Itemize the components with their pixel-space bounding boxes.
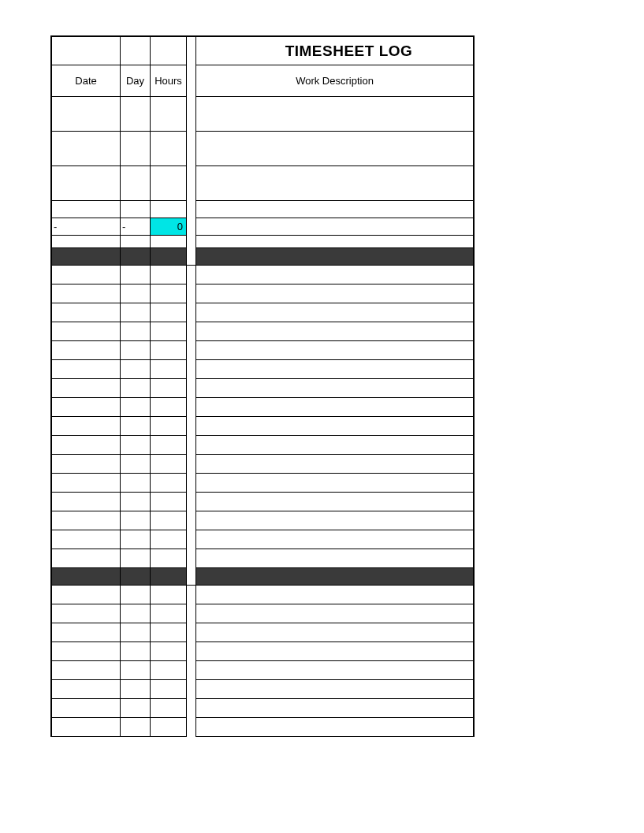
cell-date[interactable] bbox=[50, 322, 120, 341]
cell-date[interactable] bbox=[50, 493, 120, 511]
cell-day[interactable] bbox=[120, 493, 150, 511]
cell-hours[interactable] bbox=[150, 455, 186, 474]
cell-description[interactable] bbox=[195, 623, 473, 642]
cell-date[interactable] bbox=[50, 699, 120, 718]
cell-hours[interactable] bbox=[150, 417, 186, 436]
cell-description[interactable] bbox=[195, 266, 473, 284]
cell-description[interactable] bbox=[195, 549, 473, 568]
cell-hours[interactable] bbox=[150, 680, 186, 699]
cell-description[interactable] bbox=[195, 132, 473, 166]
cell-date[interactable] bbox=[50, 166, 120, 201]
cell-date[interactable] bbox=[50, 360, 120, 379]
cell-description[interactable] bbox=[195, 642, 473, 661]
cell-description[interactable] bbox=[195, 417, 473, 436]
cell-day[interactable] bbox=[120, 341, 150, 360]
cell-description[interactable] bbox=[195, 586, 473, 604]
cell-hours[interactable] bbox=[150, 436, 186, 455]
cell-date[interactable] bbox=[50, 341, 120, 360]
cell-day[interactable] bbox=[120, 549, 150, 568]
cell-hours[interactable] bbox=[150, 661, 186, 680]
cell-description[interactable] bbox=[195, 604, 473, 623]
cell-hours[interactable] bbox=[150, 493, 186, 511]
cell-hours[interactable] bbox=[150, 718, 186, 737]
cell-day[interactable] bbox=[120, 166, 150, 201]
cell-date[interactable] bbox=[50, 455, 120, 474]
cell-day[interactable] bbox=[120, 303, 150, 322]
cell-hours[interactable] bbox=[150, 166, 186, 201]
cell-date[interactable] bbox=[50, 718, 120, 737]
cell-description[interactable] bbox=[195, 530, 473, 549]
cell-date[interactable] bbox=[50, 398, 120, 417]
cell-date[interactable] bbox=[50, 623, 120, 642]
cell-day[interactable] bbox=[120, 530, 150, 549]
cell-hours[interactable] bbox=[150, 97, 186, 132]
cell-hours[interactable] bbox=[150, 586, 186, 604]
cell-description[interactable] bbox=[195, 699, 473, 718]
cell-description[interactable] bbox=[195, 303, 473, 322]
cell-date[interactable] bbox=[50, 303, 120, 322]
cell-day[interactable] bbox=[120, 699, 150, 718]
cell-date[interactable] bbox=[50, 266, 120, 284]
cell-hours[interactable] bbox=[150, 642, 186, 661]
cell-day[interactable] bbox=[120, 417, 150, 436]
cell-day[interactable] bbox=[120, 322, 150, 341]
cell-hours[interactable] bbox=[150, 341, 186, 360]
cell-day[interactable] bbox=[120, 623, 150, 642]
cell-day[interactable] bbox=[120, 97, 150, 132]
cell-date[interactable] bbox=[50, 642, 120, 661]
cell-day[interactable] bbox=[120, 455, 150, 474]
cell-hours[interactable] bbox=[150, 360, 186, 379]
cell-day[interactable] bbox=[120, 586, 150, 604]
cell-hours[interactable] bbox=[150, 322, 186, 341]
cell-day[interactable] bbox=[120, 360, 150, 379]
cell-description[interactable] bbox=[195, 201, 473, 218]
cell-hours[interactable] bbox=[150, 303, 186, 322]
cell-hours[interactable] bbox=[150, 266, 186, 284]
cell-day[interactable] bbox=[120, 661, 150, 680]
cell-hours[interactable] bbox=[150, 699, 186, 718]
cell-date[interactable] bbox=[50, 661, 120, 680]
cell-description[interactable] bbox=[195, 341, 473, 360]
cell-description[interactable] bbox=[195, 166, 473, 201]
cell-hours[interactable] bbox=[150, 132, 186, 166]
cell-hours[interactable] bbox=[150, 511, 186, 530]
cell-date[interactable] bbox=[50, 474, 120, 493]
cell-date[interactable] bbox=[50, 511, 120, 530]
cell-day[interactable] bbox=[120, 398, 150, 417]
cell-date[interactable] bbox=[50, 680, 120, 699]
cell-description[interactable] bbox=[195, 360, 473, 379]
cell-description[interactable] bbox=[195, 398, 473, 417]
cell-date[interactable] bbox=[50, 530, 120, 549]
cell-hours[interactable] bbox=[150, 284, 186, 303]
cell-date[interactable] bbox=[50, 132, 120, 166]
cell-date[interactable] bbox=[50, 201, 120, 218]
cell-date[interactable] bbox=[50, 379, 120, 398]
cell-description[interactable] bbox=[195, 379, 473, 398]
cell-description[interactable] bbox=[195, 718, 473, 737]
cell-day[interactable] bbox=[120, 474, 150, 493]
cell-day[interactable] bbox=[120, 642, 150, 661]
cell-hours[interactable] bbox=[150, 474, 186, 493]
cell-date[interactable] bbox=[50, 604, 120, 623]
cell-day[interactable] bbox=[120, 604, 150, 623]
cell-description[interactable] bbox=[195, 474, 473, 493]
cell-description[interactable] bbox=[195, 511, 473, 530]
cell-day[interactable] bbox=[120, 511, 150, 530]
cell-hours[interactable] bbox=[150, 398, 186, 417]
cell-description[interactable] bbox=[195, 322, 473, 341]
cell-day[interactable] bbox=[120, 132, 150, 166]
cell-description[interactable] bbox=[195, 284, 473, 303]
cell-description[interactable] bbox=[195, 455, 473, 474]
cell-description[interactable] bbox=[195, 661, 473, 680]
cell-description[interactable] bbox=[195, 97, 473, 132]
cell-day[interactable] bbox=[120, 718, 150, 737]
cell-hours[interactable] bbox=[150, 623, 186, 642]
cell-date[interactable] bbox=[50, 549, 120, 568]
cell-date[interactable] bbox=[50, 97, 120, 132]
cell-day[interactable] bbox=[120, 680, 150, 699]
cell-date[interactable] bbox=[50, 417, 120, 436]
cell-description[interactable] bbox=[195, 680, 473, 699]
cell-hours[interactable] bbox=[150, 530, 186, 549]
cell-description[interactable] bbox=[195, 493, 473, 511]
cell-date[interactable] bbox=[50, 436, 120, 455]
